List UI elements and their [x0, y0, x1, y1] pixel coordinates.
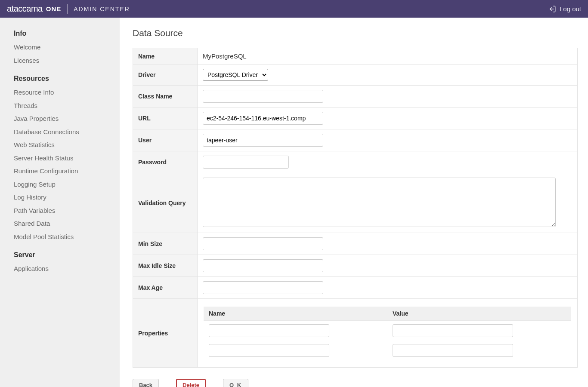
sidebar-item-logging-setup[interactable]: Logging Setup	[14, 178, 120, 191]
logout-icon	[548, 5, 556, 13]
brand-divider	[67, 4, 68, 14]
sidebar-heading-server: Server	[14, 251, 120, 259]
property-name-input[interactable]	[209, 344, 329, 357]
sidebar-item-web-statistics[interactable]: Web Statistics	[14, 138, 120, 152]
class-name-input[interactable]	[203, 90, 323, 103]
value-name: MyPostgreSQL	[203, 52, 247, 60]
sidebar-item-server-health-status[interactable]: Server Health Status	[14, 152, 120, 165]
label-validation-query: Validation Query	[133, 173, 198, 233]
top-bar: ataccama ONE ADMIN CENTER Log out	[0, 0, 588, 18]
properties-table: Name Value	[204, 307, 571, 360]
label-max-age: Max Age	[133, 277, 198, 299]
sidebar-item-log-history[interactable]: Log History	[14, 191, 120, 204]
brand-one: ONE	[46, 5, 62, 12]
sidebar-heading-resources: Resources	[14, 75, 120, 83]
sidebar-item-model-pool-statistics[interactable]: Model Pool Statistics	[14, 230, 120, 244]
property-value-input[interactable]	[393, 324, 513, 337]
sidebar-heading-info: Info	[14, 30, 120, 37]
sidebar-item-database-connections[interactable]: Database Connections	[14, 126, 120, 139]
table-row	[204, 341, 571, 360]
delete-button[interactable]: Delete	[176, 379, 206, 387]
label-name: Name	[133, 48, 198, 64]
label-driver: Driver	[133, 64, 198, 86]
label-properties: Properties	[133, 299, 198, 368]
properties-header-value: Value	[387, 307, 571, 321]
max-idle-size-input[interactable]	[203, 259, 323, 272]
data-source-form: Name MyPostgreSQL Driver PostgreSQL Driv…	[133, 48, 578, 368]
sidebar-item-applications[interactable]: Applications	[14, 262, 120, 276]
sidebar-item-path-variables[interactable]: Path Variables	[14, 204, 120, 218]
sidebar-item-welcome[interactable]: Welcome	[14, 41, 120, 54]
url-input[interactable]	[203, 112, 323, 125]
min-size-input[interactable]	[203, 237, 323, 250]
main-content: Data Source Name MyPostgreSQL Driver Pos…	[120, 18, 588, 387]
brand: ataccama ONE	[7, 4, 61, 14]
sidebar-item-licenses[interactable]: Licenses	[14, 54, 120, 68]
label-password: Password	[133, 151, 198, 173]
max-age-input[interactable]	[203, 281, 323, 294]
ok-button[interactable]: O K	[223, 379, 248, 387]
sidebar: Info Welcome Licenses Resources Resource…	[0, 18, 120, 387]
sidebar-item-shared-data[interactable]: Shared Data	[14, 217, 120, 230]
back-button[interactable]: Back	[133, 379, 159, 387]
validation-query-textarea[interactable]	[203, 178, 556, 227]
page-title: Data Source	[133, 28, 578, 38]
admin-center-label: ADMIN CENTER	[74, 6, 130, 12]
logout-button[interactable]: Log out	[548, 5, 581, 13]
label-max-idle-size: Max Idle Size	[133, 255, 198, 277]
sidebar-item-runtime-configuration[interactable]: Runtime Configuration	[14, 165, 120, 178]
label-min-size: Min Size	[133, 233, 198, 255]
button-row: Back Delete O K	[133, 379, 578, 387]
user-input[interactable]	[203, 134, 323, 147]
property-value-input[interactable]	[393, 344, 513, 357]
label-class-name: Class Name	[133, 86, 198, 108]
table-row	[204, 321, 571, 341]
label-user: User	[133, 129, 198, 151]
sidebar-item-java-properties[interactable]: Java Properties	[14, 112, 120, 126]
brand-main: ataccama	[7, 4, 43, 14]
password-input[interactable]	[203, 156, 289, 169]
label-url: URL	[133, 108, 198, 129]
sidebar-item-resource-info[interactable]: Resource Info	[14, 86, 120, 99]
logout-label: Log out	[560, 5, 581, 12]
properties-header-name: Name	[204, 307, 387, 321]
driver-select[interactable]: PostgreSQL Driver	[203, 69, 268, 81]
sidebar-item-threads[interactable]: Threads	[14, 99, 120, 113]
property-name-input[interactable]	[209, 324, 329, 337]
